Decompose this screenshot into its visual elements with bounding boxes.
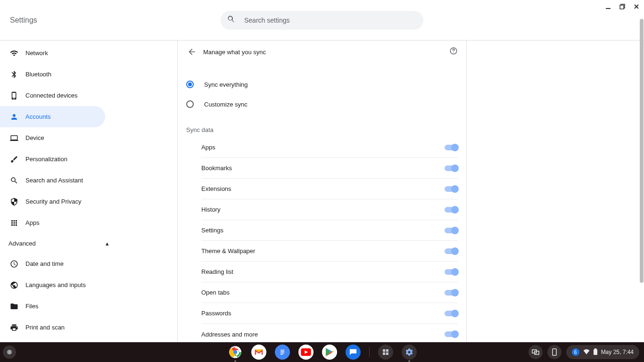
sync-label: Settings [201,227,223,234]
sidebar-item-label: Files [25,303,38,310]
sync-row-open-tabs: Open tabs [201,282,458,303]
sidebar-advanced-toggle[interactable]: Advanced ▴ [0,233,122,253]
brush-icon [9,155,19,164]
sidebar-item-accounts[interactable]: Accounts [0,106,105,127]
shelf: 6 May 25, 7:44 [0,342,644,362]
svg-rect-12 [281,354,283,355]
sync-label: Open tabs [201,289,230,296]
advanced-label: Advanced [8,240,36,247]
sidebar-item-apps[interactable]: Apps [0,212,105,233]
sidebar-item-label: Security and Privacy [25,198,82,205]
toggle-addresses[interactable] [445,331,458,337]
page-title: Manage what you sync [203,49,266,56]
launcher-button[interactable] [3,346,16,359]
sync-row-reading-list: Reading list [201,262,458,282]
wifi-icon [9,49,19,58]
app-messages[interactable] [346,345,361,360]
search-box[interactable] [221,11,423,30]
sync-label: Bookmarks [201,165,232,172]
sidebar-item-network[interactable]: Network [0,42,105,64]
window-close-button[interactable] [633,3,640,10]
toggle-theme[interactable] [445,248,458,254]
sidebar-item-label: Print and scan [25,324,65,331]
globe-icon [9,280,19,290]
app-youtube[interactable] [298,345,314,360]
sync-row-addresses: Addresses and more [201,324,458,345]
sidebar-item-security-privacy[interactable]: Security and Privacy [0,191,105,212]
svg-rect-2 [620,5,624,9]
header: Settings [0,0,644,41]
search-icon [9,176,19,185]
sidebar-item-device[interactable]: Device [0,127,105,148]
app-play-store[interactable] [322,345,337,360]
sync-row-theme: Theme & Wallpaper [201,241,458,262]
toggle-extensions[interactable] [445,186,458,192]
sidebar-item-label: Bluetooth [25,71,51,78]
sync-row-history: History [201,199,458,220]
sync-label: Reading list [201,268,233,275]
sync-label: Apps [201,144,215,151]
tray-overview-button[interactable] [528,345,543,359]
sidebar-item-label: Accounts [25,113,50,120]
print-icon [9,323,19,332]
svg-rect-19 [594,349,597,355]
toggle-open-tabs[interactable] [445,290,458,296]
svg-rect-10 [281,351,284,352]
search-input[interactable] [244,16,417,24]
app-chrome[interactable] [228,345,243,360]
toggle-apps[interactable] [445,145,458,150]
content-area: Manage what you sync Sync everything Cus… [177,41,467,342]
sidebar-item-files[interactable]: Files [0,296,105,317]
sync-row-passwords: Passwords [201,303,458,324]
sync-row-apps: Apps [201,137,458,158]
search-icon [227,15,236,25]
toggle-settings[interactable] [445,228,458,233]
battery-status-icon [594,348,597,356]
svg-rect-11 [281,353,284,354]
sync-row-bookmarks: Bookmarks [201,158,458,179]
radio-sync-everything[interactable]: Sync everything [186,74,458,94]
app-gmail[interactable] [251,345,266,360]
toggle-history[interactable] [445,207,458,213]
sidebar-item-print-scan[interactable]: Print and scan [0,317,105,338]
sidebar-item-label: Date and time [25,260,64,267]
sidebar-item-label: Network [25,49,48,57]
app-docs[interactable] [275,345,290,360]
radio-customize-sync[interactable]: Customize sync [186,94,458,114]
sidebar-item-languages[interactable]: Languages and inputs [0,274,105,296]
laptop-icon [9,133,19,143]
svg-rect-15 [351,352,354,352]
toggle-passwords[interactable] [445,311,458,316]
sidebar-item-search-assistant[interactable]: Search and Assistant [0,170,105,191]
app-settings[interactable] [402,345,417,360]
sidebar-item-date-time[interactable]: Date and time [0,253,105,274]
tray-phone-hub-button[interactable] [547,345,561,359]
sync-label: Extensions [201,185,231,192]
window-minimize-button[interactable] [604,3,612,10]
back-button[interactable] [186,46,198,58]
bluetooth-icon [9,70,19,79]
wifi-status-icon [583,349,590,356]
scrollbar[interactable] [640,19,644,283]
sidebar-item-label: Apps [25,219,40,226]
toggle-bookmarks[interactable] [445,165,458,171]
status-tray[interactable]: 6 May 25, 7:44 [566,345,639,359]
sidebar: Network Bluetooth Connected devices Acco… [0,41,122,342]
sidebar-item-label: Search and Assistant [25,177,83,184]
window-restore-button[interactable] [619,3,626,10]
clock-icon [9,259,19,269]
help-button[interactable] [449,47,458,57]
sidebar-item-label: Device [25,134,44,141]
svg-point-6 [453,52,454,53]
svg-rect-18 [553,349,556,355]
notification-badge: 6 [572,348,579,356]
sidebar-item-bluetooth[interactable]: Bluetooth [0,64,105,85]
app-pinned-1[interactable] [378,345,393,360]
sidebar-item-connected-devices[interactable]: Connected devices [0,85,105,106]
sidebar-item-label: Connected devices [25,92,78,99]
sidebar-item-personalization[interactable]: Personalization [0,148,105,170]
toggle-reading-list[interactable] [445,269,458,275]
sync-label: History [201,206,220,213]
sidebar-item-label: Personalization [25,156,67,163]
app-title: Settings [10,16,37,25]
